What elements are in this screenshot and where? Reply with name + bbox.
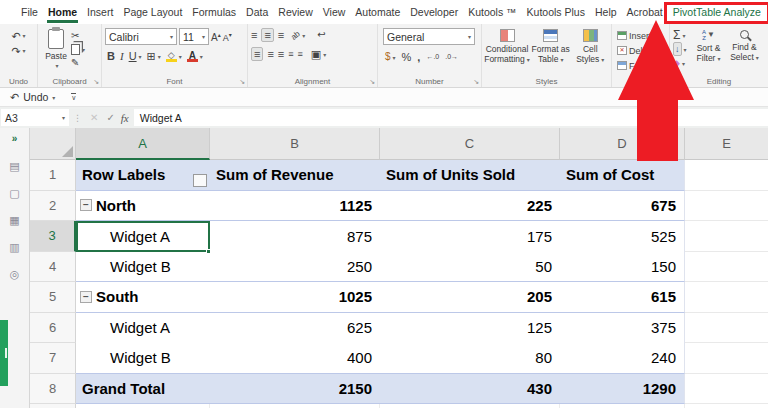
pivot-cell[interactable]: Widget A — [76, 313, 210, 344]
tab-kutools[interactable]: Kutools ™ — [463, 1, 521, 24]
fill-color-button[interactable]: ◇ ▾ — [166, 51, 182, 62]
tab-data[interactable]: Data — [241, 1, 273, 24]
collapse-ribbon-icon[interactable]: ∨ — [71, 93, 76, 101]
wrap-text-button[interactable]: ↩ — [317, 29, 325, 41]
pivot-cell[interactable]: 240 — [560, 343, 685, 374]
fill-handle[interactable] — [206, 249, 211, 254]
tab-acrobat[interactable]: Acrobat — [622, 1, 668, 24]
pivot-cell[interactable]: 150 — [560, 252, 685, 283]
pivot-cell[interactable]: 1125 — [210, 191, 380, 222]
underline-button[interactable]: U ▾ — [129, 50, 142, 62]
pivot-cell[interactable]: 250 — [210, 252, 380, 283]
formula-input[interactable]: Widget A — [134, 109, 768, 126]
pivot-cell[interactable]: 225 — [380, 191, 560, 222]
pivot-cell[interactable]: Grand Total — [76, 374, 210, 405]
autosum-button[interactable]: Σ ▾ — [673, 29, 687, 41]
percent-style-button[interactable]: % — [402, 51, 412, 63]
increase-decimal-button[interactable]: ←.0 — [426, 51, 439, 63]
tab-file[interactable]: File — [16, 1, 43, 24]
find-select-button[interactable]: Find & Select▾ — [727, 28, 763, 74]
tab-view[interactable]: View — [318, 1, 351, 24]
sort-filter-button[interactable]: AZ ▼ Sort & Filter▾ — [691, 28, 727, 74]
empty-cell[interactable] — [685, 343, 768, 374]
empty-cell[interactable] — [560, 404, 685, 408]
row-labels-filter-button[interactable] — [193, 174, 207, 187]
paste-button[interactable]: Paste ▾ — [41, 28, 71, 74]
format-painter-button[interactable]: ✎ — [71, 57, 85, 69]
insert-function-icon[interactable]: fx — [119, 112, 134, 124]
name-box[interactable]: A3 ▾ — [1, 109, 69, 126]
empty-cell[interactable] — [685, 221, 768, 252]
pivot-cell[interactable]: Widget B — [76, 343, 210, 374]
empty-cell[interactable] — [685, 252, 768, 283]
number-dialog-launcher[interactable]: ↘ — [473, 78, 479, 86]
pivot-cell[interactable]: Sum of Cost — [560, 160, 685, 191]
decrease-indent-button[interactable]: ≡ — [288, 48, 293, 60]
tab-automate[interactable]: Automate — [350, 1, 405, 24]
alignment-dialog-launcher[interactable]: ↘ — [369, 78, 375, 86]
align-center-button[interactable]: ≡ — [267, 48, 273, 60]
row-header-9[interactable] — [30, 404, 76, 408]
font-name-combobox[interactable]: Calibri ▾ — [105, 28, 177, 45]
collapse-group-button[interactable]: − — [80, 291, 92, 303]
selected-cell-a3[interactable]: Widget A — [76, 221, 210, 252]
column-header-d[interactable]: D — [560, 128, 685, 160]
pivot-cell[interactable]: − North — [76, 191, 210, 222]
pivot-cell[interactable]: 1025 — [210, 282, 380, 313]
merge-center-button[interactable]: ▣ ▾ — [311, 48, 326, 60]
pivot-cell[interactable]: Widget B — [76, 252, 210, 283]
pivot-cell[interactable]: 175 — [380, 221, 560, 252]
cut-button[interactable]: ✂ — [71, 30, 85, 42]
cancel-entry-icon[interactable]: ✕ — [86, 112, 102, 123]
empty-cell[interactable] — [685, 191, 768, 222]
insert-cells-button[interactable]: Insert ▾ — [615, 28, 666, 43]
pivot-cell[interactable]: 525 — [560, 221, 685, 252]
increase-font-size-button[interactable]: A▴ — [211, 29, 221, 44]
tab-help[interactable]: Help — [590, 1, 622, 24]
row-header-1[interactable]: 1 — [30, 160, 76, 191]
row-header-5[interactable]: 5 — [30, 282, 76, 313]
select-all-corner[interactable] — [30, 128, 76, 160]
clear-button[interactable]: ◆ ▾ — [673, 57, 687, 69]
fill-button[interactable]: ↓ ▾ — [673, 42, 687, 56]
decrease-decimal-button[interactable]: .0→ — [445, 51, 458, 63]
empty-cell[interactable] — [685, 160, 768, 191]
column-header-b[interactable]: B — [210, 128, 380, 160]
italic-button[interactable]: I — [120, 50, 124, 62]
workbook-pane-icon[interactable]: ▤ — [9, 160, 19, 174]
column-header-a[interactable]: A — [76, 128, 210, 160]
pivot-cell[interactable]: 80 — [380, 343, 560, 374]
column-header-c[interactable]: C — [380, 128, 560, 160]
tab-formulas[interactable]: Formulas — [187, 1, 241, 24]
tab-kutools-plus[interactable]: Kutools Plus — [522, 1, 590, 24]
borders-button[interactable]: ⊞ ▾ — [147, 50, 161, 62]
row-header-6[interactable]: 6 — [30, 313, 76, 344]
row-header-2[interactable]: 2 — [30, 191, 76, 222]
tab-insert[interactable]: Insert — [82, 1, 118, 24]
pivot-cell[interactable]: 400 — [210, 343, 380, 374]
pivot-cell[interactable]: 625 — [210, 313, 380, 344]
empty-cell[interactable] — [210, 404, 380, 408]
pivot-cell[interactable]: 50 — [380, 252, 560, 283]
number-format-combobox[interactable]: General ▾ — [383, 28, 475, 45]
pivot-cell[interactable]: Sum of Revenue — [210, 160, 380, 191]
tab-developer[interactable]: Developer — [405, 1, 463, 24]
delete-cells-button[interactable]: ✕ Delete — [615, 43, 666, 58]
column-header-e[interactable]: E — [685, 128, 768, 160]
empty-cell[interactable] — [685, 313, 768, 344]
worksheet-pane-icon[interactable]: ▢ — [9, 187, 19, 201]
font-size-combobox[interactable]: 11 ▾ — [179, 28, 209, 45]
pane-handle[interactable] — [0, 320, 8, 386]
pivot-cell[interactable]: − South — [76, 282, 210, 313]
tab-home[interactable]: Home — [43, 1, 82, 24]
accounting-format-button[interactable]: $ ▾ — [385, 51, 396, 63]
printer-icon[interactable]: ▦ — [9, 214, 19, 228]
orientation-button[interactable]: ab ▾ — [291, 31, 305, 40]
copy-button[interactable]: ▾ — [71, 44, 85, 55]
tab-review[interactable]: Review — [273, 1, 317, 24]
empty-cell[interactable] — [685, 282, 768, 313]
bold-button[interactable]: B — [107, 50, 115, 62]
expand-pane-icon[interactable]: » — [12, 133, 18, 147]
cell-styles-button[interactable]: Cell Styles▾ — [572, 28, 608, 74]
empty-cell[interactable] — [685, 374, 768, 405]
